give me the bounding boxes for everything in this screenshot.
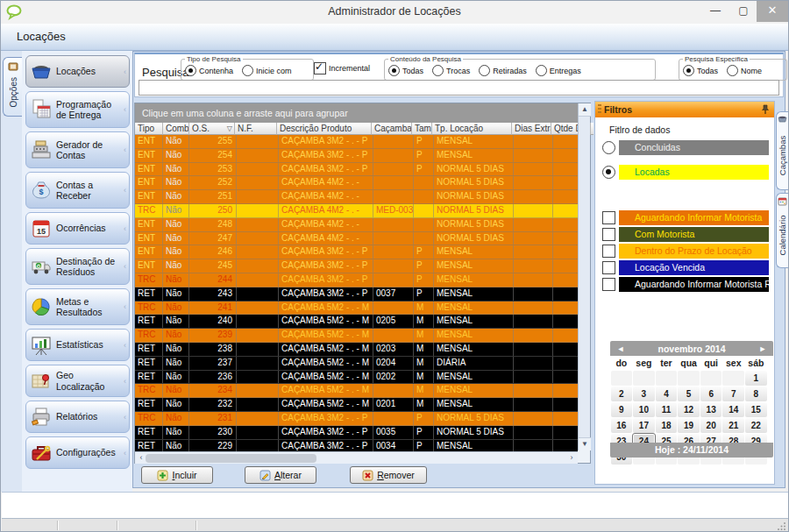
column-header[interactable]: N.F.	[235, 123, 277, 135]
group-by-bar[interactable]: Clique em uma coluna e arraste aqui para…	[135, 103, 578, 123]
table-row[interactable]: RETNão232CAÇAMBA 5M2 - . - M0201MMENSAL3…	[135, 398, 578, 412]
table-row[interactable]: ENTNão245CAÇAMBA 3M2 - . - PPMENSAL30ACT…	[135, 259, 578, 273]
table-row[interactable]: TRCNão239CAÇAMBA 5M2 - . - MMMENSAL30ACT…	[135, 329, 578, 343]
radio-option[interactable]: Trocas	[432, 65, 470, 76]
sidebar-item-estatisticas[interactable]: Estatísticas ‹	[25, 329, 130, 361]
calendar-day[interactable]: 1	[745, 371, 767, 386]
column-header[interactable]: Tp. Locação	[432, 123, 512, 135]
checkbox-icon[interactable]	[602, 211, 615, 224]
scroll-down-icon[interactable]: ▼	[579, 437, 591, 450]
radio-icon[interactable]	[602, 166, 615, 179]
column-header[interactable]: Tam	[412, 123, 432, 135]
column-header[interactable]: Tipo	[135, 123, 163, 135]
calendar-day[interactable]: 14	[722, 402, 744, 417]
radio-option[interactable]: Entregas	[536, 65, 581, 76]
table-row[interactable]: RETNão236CAÇAMBA 5M2 - . - M0202MMENSAL3…	[135, 371, 578, 385]
maximize-button[interactable]: ▢	[730, 1, 757, 22]
radio-option[interactable]: Todas	[683, 65, 718, 76]
table-row[interactable]: ENTNão248CAÇAMBA 4M2 - . -NORMAL 5 DIAS5…	[135, 218, 578, 232]
column-header[interactable]: Nome Fa	[591, 123, 594, 135]
table-row[interactable]: TRCNão244CAÇAMBA 3M2 - . - PPMENSAL30ANT…	[135, 273, 578, 287]
calendar-day[interactable]: 21	[722, 418, 744, 433]
alterar-button[interactable]: Alterar	[245, 466, 316, 484]
radio-icon[interactable]	[602, 141, 615, 154]
sidebar-item-contas-a-receber[interactable]: $ Contas a Receber ‹	[25, 172, 130, 209]
sidebar-item-configuracoes[interactable]: Configurações ‹	[25, 436, 130, 469]
calendar-prev-icon[interactable]: ◄	[610, 344, 631, 353]
filter-option-loca-o-vencida[interactable]: Locação Vencida	[602, 260, 769, 275]
filter-option-aguardando-informar-motorista[interactable]: Aguardando Informar Motorista	[602, 210, 769, 225]
table-row[interactable]: ENTNão251CAÇAMBA 4M2 - . -NORMAL 5 DIAS5…	[135, 190, 578, 204]
table-row[interactable]: TRCNão250CAÇAMBA 4M2 - . -MED-003NORMAL …	[135, 204, 578, 218]
table-row[interactable]: ENTNão255CAÇAMBA 3M2 - . - PPMENSAL30ACT…	[135, 135, 578, 149]
scroll-right-icon[interactable]: ›	[565, 452, 578, 465]
filter-option-dentro-do-prazo-de-loca-o[interactable]: Dentro do Prazo de Locação	[602, 244, 769, 259]
calendar-today-label[interactable]: Hoje : 24/11/2014	[610, 443, 773, 458]
checkbox-icon[interactable]	[602, 261, 615, 274]
radio-option[interactable]: Contenha	[185, 65, 233, 76]
calendar-day[interactable]: 4	[656, 387, 678, 401]
vertical-scrollbar[interactable]: ▲ ▼	[578, 103, 590, 450]
scrollbar-thumb[interactable]	[146, 454, 316, 463]
calendar-day[interactable]: 18	[656, 418, 678, 433]
checkbox-icon[interactable]	[602, 245, 615, 258]
column-header[interactable]: Dias Extras	[512, 123, 551, 135]
calendar-day[interactable]: 2	[611, 387, 633, 401]
checkbox-icon[interactable]	[602, 228, 615, 241]
sidebar-item-geo-localizacao[interactable]: Geo Localização ‹	[25, 365, 130, 397]
calendar-day[interactable]: 6	[700, 387, 722, 401]
calendar-day[interactable]: 11	[656, 402, 678, 417]
calendar-day[interactable]: 3	[633, 387, 655, 401]
table-row[interactable]: ENTNão252CAÇAMBA 4M2 - . -NORMAL 5 DIAS5…	[135, 176, 578, 190]
calendar-day[interactable]: 17	[633, 418, 655, 433]
tab-cacambas[interactable]: Caçambas	[776, 111, 788, 190]
filter-option-concluidas[interactable]: Concluidas	[602, 140, 769, 155]
table-row[interactable]: RETNão237CAÇAMBA 5M2 - . - M0204MDIÁRIA1…	[135, 357, 578, 371]
filter-option-locadas[interactable]: Locadas	[602, 165, 769, 180]
resize-grip-icon[interactable]	[778, 521, 786, 530]
tab-calendario[interactable]: Calendário	[776, 193, 788, 268]
calendar-day[interactable]: 12	[678, 402, 700, 417]
table-row[interactable]: ENTNão253CAÇAMBA 3M2 - . - PPNORMAL 5 DI…	[135, 163, 578, 177]
sidebar-item-metas-e-resultados[interactable]: Metas e Resultados ‹	[25, 288, 130, 325]
calendar-day[interactable]: 16	[611, 418, 633, 433]
incluir-button[interactable]: Incluir	[141, 466, 213, 484]
column-header[interactable]: Caçamba	[372, 123, 412, 135]
radio-option[interactable]: Todas	[388, 65, 423, 76]
column-header[interactable]: O.S.▽	[189, 123, 235, 135]
calendar-day[interactable]: 8	[745, 387, 767, 401]
column-header[interactable]: Comb.	[163, 123, 189, 135]
table-row[interactable]: RETNão243CAÇAMBA 3M2 - . - P0037PMENSAL3…	[135, 287, 578, 301]
filter-option-aguardando-informar-motorista-retirada[interactable]: Aguardando Informar Motorista Retirada	[602, 277, 769, 292]
drag-grip-icon[interactable]	[598, 104, 601, 115]
table-row[interactable]: ENTNão247CAÇAMBA 4M2 - . -NORMAL 5 DIAS5…	[135, 232, 578, 246]
calendar-day[interactable]: 7	[722, 387, 744, 401]
close-button[interactable]: ✕	[757, 1, 788, 22]
table-row[interactable]: RETNão230CAÇAMBA 3M2 - . - P0035PNORMAL …	[135, 426, 578, 440]
tab-opcoes[interactable]: Opções	[3, 57, 22, 117]
minimize-button[interactable]: —	[702, 1, 729, 22]
table-row[interactable]: ENTNão246CAÇAMBA 3M2 - . - PPMENSAL30ACT…	[135, 245, 578, 259]
calendar-day[interactable]: 15	[745, 402, 767, 417]
radio-option[interactable]: Nome	[727, 65, 762, 76]
sidebar-item-locacoes[interactable]: Locações ‹	[25, 55, 130, 88]
table-row[interactable]: TRCNão241CAÇAMBA 5M2 - . - MMMENSAL30ACT…	[135, 301, 578, 316]
calendar-day[interactable]: 10	[633, 402, 655, 417]
horizontal-scrollbar[interactable]: ‹ ›	[135, 451, 578, 464]
scroll-up-icon[interactable]: ▲	[579, 103, 591, 117]
remover-button[interactable]: Remover	[350, 466, 427, 484]
checkbox-icon[interactable]	[602, 278, 615, 291]
calendar-day[interactable]: 22	[745, 418, 767, 433]
calendar-day[interactable]: 20	[700, 418, 722, 433]
column-header[interactable]: Descrição Produto	[277, 123, 372, 135]
sidebar-item-ocorrencias[interactable]: 15 Ocorrências ‹	[25, 212, 130, 245]
search-input[interactable]	[139, 80, 779, 96]
table-row[interactable]: TRCNão231CAÇAMBA 3M2 - . - PPNORMAL 5 DI…	[135, 412, 578, 426]
calendar-day[interactable]: 9	[611, 402, 633, 417]
sidebar-item-gerador-de-contas[interactable]: Gerador de Contas ‹	[25, 131, 130, 168]
calendar-day[interactable]: 5	[678, 387, 700, 401]
table-row[interactable]: RETNão240CAÇAMBA 5M2 - . - M0205MMENSAL3…	[135, 315, 578, 329]
radio-option[interactable]: Retiradas	[479, 65, 527, 76]
pin-icon[interactable]	[761, 104, 770, 115]
sidebar-item-destinacao-de-residuos[interactable]: ♻ Destinação de Resíduos ‹	[25, 248, 130, 285]
